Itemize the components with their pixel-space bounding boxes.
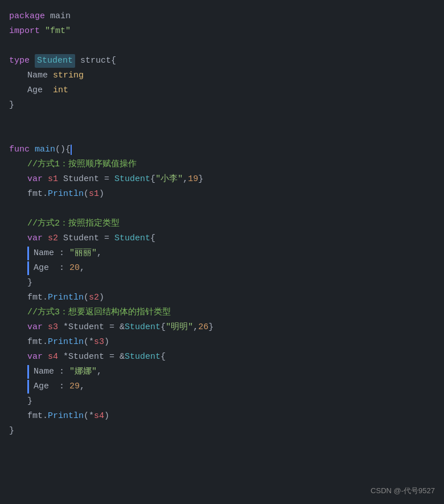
token-plain: } (198, 173, 203, 186)
code-line: } (0, 394, 444, 409)
code-line: Name : "娜娜", (0, 364, 444, 379)
code-line: } (0, 98, 444, 113)
token-fmt-pkg: fmt (27, 409, 43, 423)
token-plain: . (43, 187, 48, 201)
token-plain: , (97, 247, 102, 260)
token-plain: } (9, 99, 14, 112)
token-plain: Student (68, 350, 104, 364)
code-line: fmt.Println(s2) (0, 290, 444, 305)
code-line: var s1 Student = Student{"小李",19} (0, 172, 444, 187)
code-line (0, 39, 444, 54)
token-number: 20 (69, 261, 80, 275)
token-string: "丽丽" (69, 247, 97, 260)
code-content: package mainimport "fmt"type Student str… (0, 9, 444, 439)
code-line: package main (0, 9, 444, 24)
token-plain (58, 173, 63, 186)
token-plain: (* (84, 409, 94, 423)
token-var-name: s3 (94, 335, 104, 349)
token-plain: { (161, 350, 166, 364)
token-plain: , (80, 380, 85, 394)
code-line: func main(){ (0, 142, 444, 157)
token-var-name: s1 (48, 173, 58, 186)
token-field-name: Name (34, 365, 54, 379)
token-var-name: s2 (48, 232, 58, 245)
token-plain: , (97, 365, 102, 379)
token-fmt-pkg: fmt (27, 187, 43, 201)
token-plain: } (9, 424, 14, 438)
code-line: fmt.Println(*s4) (0, 409, 444, 424)
token-plain: . (43, 291, 48, 305)
token-plain: ) (99, 187, 104, 201)
token-plain: = & (104, 321, 125, 334)
token-struct-init: Student (125, 321, 161, 334)
token-number: 29 (69, 380, 80, 394)
token-plain (48, 69, 53, 83)
token-field-name: Age (27, 84, 43, 97)
token-plain (58, 232, 63, 245)
token-kw-blue: main (35, 143, 55, 157)
token-fmt-pkg: fmt (27, 291, 43, 305)
token-plain (43, 232, 48, 245)
vertical-bar (27, 247, 29, 260)
token-comment: //方式1：按照顺序赋值操作 (27, 158, 137, 171)
vertical-bar (27, 365, 29, 379)
code-line (0, 128, 444, 142)
token-plain: Student (63, 173, 99, 186)
token-plain: struct{ (75, 54, 116, 68)
token-plain: { (161, 321, 166, 334)
code-line: } (0, 424, 444, 439)
token-plain: * (58, 321, 68, 334)
code-line: //方式1：按照顺序赋值操作 (0, 157, 444, 172)
token-kw: var (27, 232, 43, 245)
token-plain: , (193, 321, 198, 334)
token-plain: = (99, 173, 114, 186)
token-plain: Student (63, 232, 99, 245)
code-editor: package mainimport "fmt"type Student str… (0, 0, 444, 504)
watermark: CSDN @-代号9527 (371, 485, 435, 497)
token-fmt-method: Println (48, 335, 84, 349)
token-plain: . (43, 409, 48, 423)
token-comment: //方式3：想要返回结构体的指针类型 (27, 306, 171, 319)
token-struct-init: Student (114, 232, 150, 245)
token-plain: } (27, 395, 32, 408)
token-plain: ) (99, 291, 104, 305)
token-plain: : (49, 380, 69, 394)
token-plain (43, 321, 48, 334)
token-comment: //方式2：按照指定类型 (27, 217, 120, 231)
text-cursor (71, 145, 72, 155)
token-plain: : (54, 365, 69, 379)
token-number: 26 (198, 321, 208, 334)
token-string: "小李" (155, 173, 183, 186)
token-var-name: s3 (48, 321, 58, 334)
token-plain: (){ (55, 143, 71, 157)
token-plain: (* (84, 335, 94, 349)
token-kw: package (9, 10, 45, 23)
code-line: //方式3：想要返回结构体的指针类型 (0, 305, 444, 320)
token-fmt-pkg: fmt (27, 335, 43, 349)
code-line: Age : 29, (0, 379, 444, 394)
code-line: } (0, 276, 444, 290)
token-plain: } (27, 276, 32, 290)
token-number: 19 (188, 173, 198, 186)
highlighted-type: Student (35, 54, 75, 68)
code-line: Name : "丽丽", (0, 246, 444, 261)
code-line: Age int (0, 83, 444, 98)
token-kw: import (9, 24, 40, 38)
token-plain (43, 84, 53, 97)
token-field-name: Name (27, 69, 48, 83)
token-string: "娜娜" (69, 365, 97, 379)
token-fmt-method: Println (48, 291, 84, 305)
code-line: import "fmt" (0, 24, 444, 39)
token-plain: . (43, 335, 48, 349)
token-plain: = (99, 232, 114, 245)
token-plain: { (150, 173, 155, 186)
vertical-bar (27, 380, 29, 394)
token-kw: var (27, 173, 43, 186)
token-var-name: s2 (89, 291, 99, 305)
code-line: //方式2：按照指定类型 (0, 216, 444, 231)
token-kw: var (27, 350, 43, 364)
token-plain: ( (84, 291, 89, 305)
token-plain: main (45, 10, 71, 23)
token-plain (30, 54, 35, 68)
token-struct-init: Student (125, 350, 161, 364)
